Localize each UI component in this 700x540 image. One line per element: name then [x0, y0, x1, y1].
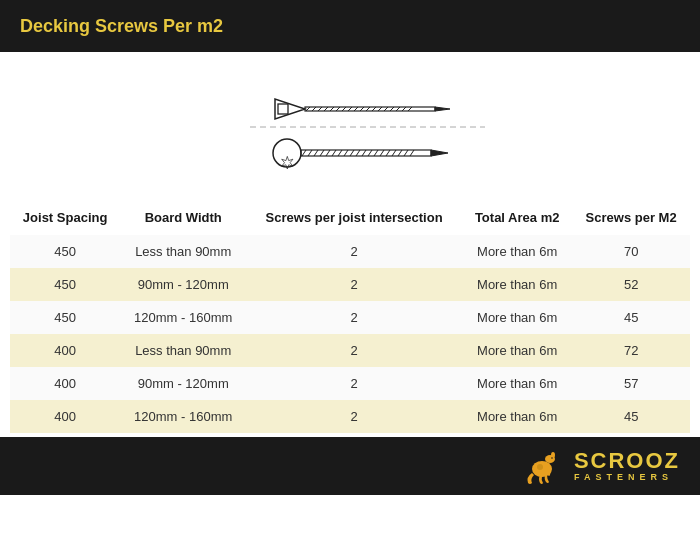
svg-rect-2: [278, 104, 288, 114]
svg-line-36: [362, 150, 366, 156]
cell-board_width: 90mm - 120mm: [120, 268, 246, 301]
svg-point-49: [551, 457, 553, 459]
svg-line-28: [314, 150, 318, 156]
cell-total_area: More than 6m: [462, 400, 572, 433]
svg-marker-1: [275, 99, 305, 119]
cell-screws_per_m2: 72: [572, 334, 690, 367]
table-row: 450120mm - 160mm2More than 6m45: [10, 301, 690, 334]
table-row: 400Less than 90mm2More than 6m72: [10, 334, 690, 367]
table-row: 40090mm - 120mm2More than 6m57: [10, 367, 690, 400]
cell-board_width: 90mm - 120mm: [120, 367, 246, 400]
table-header-row: Joist Spacing Board Width Screws per joi…: [10, 202, 690, 235]
svg-point-48: [551, 452, 555, 458]
svg-line-26: [302, 150, 306, 156]
cell-screws_per_joist: 2: [246, 367, 462, 400]
table-container: Joist Spacing Board Width Screws per joi…: [0, 202, 700, 433]
svg-marker-45: [431, 150, 448, 156]
svg-line-38: [374, 150, 378, 156]
cell-joist_spacing: 450: [10, 235, 120, 268]
cell-screws_per_joist: 2: [246, 334, 462, 367]
col-header-screws-per-m2: Screws per M2: [572, 202, 690, 235]
svg-line-39: [380, 150, 384, 156]
svg-point-50: [537, 464, 543, 470]
svg-line-44: [410, 150, 414, 156]
cell-total_area: More than 6m: [462, 334, 572, 367]
table-row: 45090mm - 120mm2More than 6m52: [10, 268, 690, 301]
svg-line-27: [308, 150, 312, 156]
col-header-total-area: Total Area m2: [462, 202, 572, 235]
screws-svg: [190, 57, 510, 197]
kangaroo-icon: [520, 447, 564, 485]
svg-line-37: [368, 150, 372, 156]
svg-line-30: [326, 150, 330, 156]
scrooz-logo: SCROOZ FASTENERS: [520, 447, 680, 485]
cell-joist_spacing: 400: [10, 367, 120, 400]
cell-joist_spacing: 400: [10, 334, 120, 367]
svg-line-32: [338, 150, 342, 156]
svg-marker-22: [435, 107, 450, 111]
cell-joist_spacing: 450: [10, 301, 120, 334]
cell-total_area: More than 6m: [462, 235, 572, 268]
cell-joist_spacing: 400: [10, 400, 120, 433]
col-header-screws-per-joist: Screws per joist intersection: [246, 202, 462, 235]
cell-board_width: 120mm - 160mm: [120, 301, 246, 334]
svg-line-41: [392, 150, 396, 156]
col-header-joist-spacing: Joist Spacing: [10, 202, 120, 235]
scrooz-text: SCROOZ FASTENERS: [574, 450, 680, 482]
svg-line-43: [404, 150, 408, 156]
svg-point-23: [273, 139, 301, 167]
brand-name: SCROOZ: [574, 450, 680, 472]
cell-board_width: Less than 90mm: [120, 235, 246, 268]
screws-table: Joist Spacing Board Width Screws per joi…: [10, 202, 690, 433]
svg-line-31: [332, 150, 336, 156]
svg-line-35: [356, 150, 360, 156]
col-header-board-width: Board Width: [120, 202, 246, 235]
brand-sub: FASTENERS: [574, 472, 673, 482]
cell-total_area: More than 6m: [462, 367, 572, 400]
svg-line-29: [320, 150, 324, 156]
svg-line-34: [350, 150, 354, 156]
cell-screws_per_joist: 2: [246, 235, 462, 268]
cell-joist_spacing: 450: [10, 268, 120, 301]
table-row: 400120mm - 160mm2More than 6m45: [10, 400, 690, 433]
cell-board_width: Less than 90mm: [120, 334, 246, 367]
cell-screws_per_joist: 2: [246, 301, 462, 334]
table-row: 450Less than 90mm2More than 6m70: [10, 235, 690, 268]
cell-screws_per_joist: 2: [246, 400, 462, 433]
screw-illustration: [0, 52, 700, 202]
cell-screws_per_m2: 57: [572, 367, 690, 400]
cell-screws_per_joist: 2: [246, 268, 462, 301]
page-header: Decking Screws Per m2: [0, 0, 700, 52]
svg-line-33: [344, 150, 348, 156]
cell-screws_per_m2: 70: [572, 235, 690, 268]
cell-screws_per_m2: 45: [572, 301, 690, 334]
cell-screws_per_m2: 52: [572, 268, 690, 301]
page-footer: SCROOZ FASTENERS: [0, 437, 700, 495]
cell-total_area: More than 6m: [462, 268, 572, 301]
svg-line-42: [398, 150, 402, 156]
cell-screws_per_m2: 45: [572, 400, 690, 433]
page-title: Decking Screws Per m2: [20, 16, 223, 37]
cell-board_width: 120mm - 160mm: [120, 400, 246, 433]
cell-total_area: More than 6m: [462, 301, 572, 334]
svg-line-40: [386, 150, 390, 156]
